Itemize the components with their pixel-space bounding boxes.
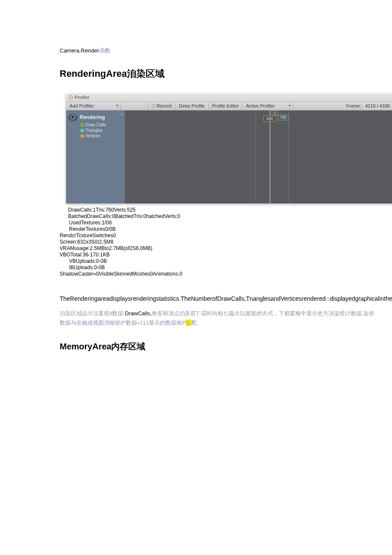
square-icon: [81, 123, 84, 127]
render-icon: [69, 114, 77, 120]
stat-line: UsedTextures:1/08: [69, 220, 375, 226]
toolbar-spacer: [121, 102, 148, 110]
profile-editor-button[interactable]: Profile Editor: [209, 102, 243, 110]
legend-vertices[interactable]: Vertices: [81, 133, 122, 139]
profiler-toolbar: Add Profiler Record Deep Profile Profile…: [66, 102, 392, 110]
clock-icon: [69, 95, 73, 99]
active-profiler-dropdown[interactable]: Active Profiler: [242, 102, 293, 110]
stat-line: DrawCalls:1Tris:760Verts:525: [68, 207, 375, 213]
frame-label: Frame:: [346, 103, 361, 108]
rendering-stats-block: DrawCalls:1Tris:760Verts:525 BatchedDraw…: [60, 207, 375, 277]
deep-profile-label: Deep Profile: [179, 103, 205, 109]
selection-overlay: [256, 110, 289, 203]
add-profiler-label: Add Profiler: [69, 103, 94, 109]
chevron-down-icon: [288, 105, 291, 107]
profiler-titlebar: Profiler: [66, 93, 392, 102]
graph-value-525: 525: [263, 116, 276, 122]
stat-line: IBUploads:0-0B: [69, 264, 375, 271]
stat-line: VRAMusage:2.5MBto2.7MB(of2S6.0MB): [60, 245, 375, 252]
stat-line: VBOTotal:36-170.1KB: [60, 252, 375, 258]
fn-suffix-link[interactable]: 函数: [99, 47, 110, 54]
profiler-title: Profiler: [75, 94, 89, 101]
square-icon: [81, 134, 84, 138]
highlight: 1.: [186, 320, 191, 326]
deep-profile-button[interactable]: Deep Profile: [176, 102, 209, 110]
stat-line: RendcrTcxtureSwitches0: [60, 232, 375, 239]
sidebar-title: Rendering: [80, 114, 105, 121]
profile-editor-label: Profile Editor: [212, 103, 239, 109]
context-line: Camera.Render函数: [60, 47, 375, 55]
square-icon: [81, 129, 84, 132]
profiler-panel: Profiler Add Profiler Record Deep Profil…: [66, 93, 392, 203]
record-icon: [152, 104, 155, 108]
record-button[interactable]: Record: [148, 102, 175, 110]
profiler-body: × Rendering Draw Calls Triangles Vertice…: [66, 110, 392, 203]
legend: Draw Calls Triangles Vertices: [81, 122, 122, 139]
graph-value-top: 1: [272, 110, 278, 116]
close-icon[interactable]: ×: [121, 111, 123, 118]
camera-render-text: Camera.Render: [60, 47, 99, 54]
active-profiler-label: Active Profiler: [246, 103, 275, 109]
description-paragraph-en: TheRenderingareadisplaysrenderingstatist…: [60, 293, 375, 305]
scrub-line: [270, 110, 270, 203]
rendering-area-heading: RenderingArea洎染区域: [60, 67, 375, 81]
profiler-sidebar: × Rendering Draw Calls Triangles Vertice…: [66, 110, 125, 203]
legend-draw-calls[interactable]: Draw Calls: [81, 122, 122, 128]
stat-line: BatchedDrawCaIls:0BatchedTris:0hatchedVe…: [68, 213, 375, 220]
stat-line: ShadowCaster»0VisibleSkinnedMcshes0Anima…: [60, 271, 375, 277]
stat-line: VBUploads:0-0B: [69, 258, 375, 264]
stat-line: RenderTextures0/0B: [69, 226, 375, 232]
graph-value-760: 760: [278, 115, 289, 120]
frame-counter: Frame: 4119 / 4338: [342, 103, 392, 109]
profiler-graph[interactable]: 1 525 760: [125, 110, 392, 203]
frame-value: 4119 / 4338: [365, 103, 390, 108]
record-label: Record: [156, 103, 171, 109]
stat-line: Screen:632x3S0I2.5M8: [60, 239, 375, 245]
legend-triangles[interactable]: Triangles: [81, 128, 122, 133]
memory-area-heading: MemoryArea内存区域: [60, 340, 375, 352]
chevron-down-icon: [116, 105, 118, 107]
sidebar-header: Rendering: [69, 114, 122, 121]
add-profiler-dropdown[interactable]: Add Profiler: [66, 102, 121, 110]
description-paragraph-cn: 泊染区域品示泣案统il数据-DrawCalls,角形和顶点泊及双T·花时向柏匕隘…: [60, 309, 375, 328]
